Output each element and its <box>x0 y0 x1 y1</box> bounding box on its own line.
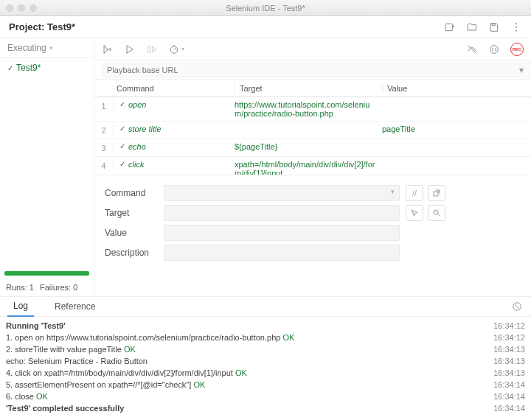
speed-icon[interactable]: ▾ <box>168 43 184 55</box>
project-bar: Project: Test9* <box>0 16 531 38</box>
header-value: Value <box>382 84 531 93</box>
failures-label: Failures: 0 <box>40 283 77 292</box>
close-window-icon[interactable] <box>6 4 13 12</box>
row-value: pageTitle <box>379 125 531 133</box>
log-timestamp: 16:34:12 <box>493 333 525 342</box>
log-line: 6. close OK16:34:14 <box>6 391 525 402</box>
find-target-button[interactable] <box>428 205 445 221</box>
disable-breakpoints-icon[interactable] <box>466 43 478 55</box>
row-number: 2 <box>94 125 114 135</box>
command-row[interactable]: 2✓store titlepageTitle <box>94 122 531 139</box>
command-table-body: 1✓openhttps://www.tutorialspoint.com/sel… <box>94 97 531 175</box>
row-number: 1 <box>94 100 114 111</box>
runs-label: Runs: 1 <box>6 283 34 292</box>
log-timestamp: 16:34:12 <box>493 321 525 330</box>
log-line: 5. assertElementPresent on xpath=//*[@id… <box>6 379 525 391</box>
pass-check-icon: ✓ <box>119 125 125 133</box>
log-ok: OK <box>235 368 247 377</box>
svg-point-7 <box>490 45 499 53</box>
editor-value-field[interactable] <box>164 225 400 241</box>
new-project-icon[interactable] <box>444 21 456 33</box>
row-command: ✓store title <box>114 125 232 133</box>
header-target: Target <box>235 84 382 93</box>
editor-command-label: Command <box>105 188 164 198</box>
log-timestamp: 16:34:13 <box>493 345 525 354</box>
traffic-lights <box>6 4 37 12</box>
row-number: 3 <box>94 142 114 153</box>
project-prefix: Project: <box>9 21 47 32</box>
header-command: Command <box>117 84 235 93</box>
test-item-label: Test9* <box>16 63 41 73</box>
tab-log[interactable]: Log <box>7 296 34 317</box>
execution-status-dropdown[interactable]: Executing ▾ <box>0 38 94 58</box>
toolbar: ▾ REC <box>94 38 531 60</box>
editor-description-label: Description <box>105 248 164 258</box>
svg-rect-5 <box>148 46 150 52</box>
editor-value-label: Value <box>105 228 164 238</box>
tab-reference[interactable]: Reference <box>49 297 101 316</box>
svg-rect-1 <box>492 23 495 25</box>
svg-point-3 <box>516 27 517 28</box>
run-all-icon[interactable] <box>102 43 114 55</box>
select-target-button[interactable] <box>406 205 423 221</box>
svg-point-4 <box>516 29 517 31</box>
editor-description-field[interactable] <box>164 245 400 261</box>
test-item-test9[interactable]: ✓ Test9* <box>0 58 94 77</box>
pass-check-icon: ✓ <box>7 64 13 72</box>
command-row[interactable]: 4✓clickxpath=/html/body/main/div/div/div… <box>94 157 531 175</box>
row-target: https://www.tutorialspoint.com/selenium/… <box>232 100 379 118</box>
editor-target-label: Target <box>105 208 164 218</box>
record-icon[interactable]: REC <box>510 43 524 56</box>
log-message: echo: Selenium Practice - Radio Button <box>6 357 148 365</box>
more-menu-icon[interactable] <box>510 21 522 33</box>
editor-command-field[interactable]: ▾ <box>164 185 400 201</box>
minimize-window-icon[interactable] <box>18 4 25 12</box>
command-editor: Command ▾ // Target Value Des <box>94 175 531 270</box>
toggle-comment-button[interactable]: // <box>406 185 423 201</box>
log-timestamp: 16:34:13 <box>493 357 525 365</box>
step-icon[interactable] <box>146 43 158 55</box>
log-timestamp: 16:34:14 <box>493 392 525 401</box>
row-target: xpath=/html/body/main/div/div/div[2]/for… <box>232 160 379 175</box>
editor-target-field[interactable] <box>164 205 400 221</box>
run-current-icon[interactable] <box>124 43 136 55</box>
command-row[interactable]: 3✓echo${pageTitle} <box>94 139 531 157</box>
log-timestamp: 16:34:13 <box>493 368 525 377</box>
progress-bar <box>4 271 89 276</box>
log-timestamp: 16:34:14 <box>493 404 525 413</box>
log-ok: OK <box>282 333 294 342</box>
pass-check-icon: ✓ <box>119 160 125 168</box>
log-line: 1. open on https://www.tutorialspoint.co… <box>6 332 525 343</box>
log-line: 2. storeTitle with value pageTitle OK16:… <box>6 343 525 355</box>
svg-rect-0 <box>445 24 452 30</box>
row-target: ${pageTitle} <box>232 142 379 151</box>
command-table-header: Command Target Value <box>94 80 531 97</box>
clear-log-icon[interactable] <box>512 301 522 312</box>
project-name: Test9* <box>47 21 75 32</box>
run-summary: Runs: 1 Failures: 0 <box>0 279 94 296</box>
open-project-icon[interactable] <box>466 21 478 33</box>
row-number: 4 <box>94 160 114 170</box>
log-message: Running 'Test9' <box>6 321 66 330</box>
base-url-input[interactable] <box>102 63 531 77</box>
open-new-window-button[interactable] <box>428 185 445 201</box>
log-panel: Running 'Test9' 16:34:121. open on https… <box>0 317 531 420</box>
log-message: 'Test9' completed successfully <box>6 404 124 413</box>
save-project-icon[interactable] <box>488 21 500 33</box>
log-line: 4. click on xpath=/html/body/main/div/di… <box>6 367 525 379</box>
log-timestamp: 16:34:14 <box>493 380 525 389</box>
pause-on-exception-icon[interactable] <box>488 43 500 55</box>
window-title: Selenium IDE - Test9* <box>0 4 531 13</box>
svg-point-2 <box>516 23 517 24</box>
log-ok: OK <box>36 392 48 401</box>
pass-check-icon: ✓ <box>119 142 125 150</box>
row-command: ✓click <box>114 160 232 169</box>
command-row[interactable]: 1✓openhttps://www.tutorialspoint.com/sel… <box>94 97 531 122</box>
log-line: Running 'Test9' 16:34:12 <box>6 320 525 332</box>
log-message: 5. assertElementPresent on xpath=//*[@id… <box>6 380 205 389</box>
log-line: echo: Selenium Practice - Radio Button 1… <box>6 355 525 367</box>
chevron-down-icon: ▾ <box>49 44 53 52</box>
row-command: ✓open <box>114 100 232 109</box>
zoom-window-icon[interactable] <box>30 4 37 12</box>
log-message: 4. click on xpath=/html/body/main/div/di… <box>6 368 247 377</box>
